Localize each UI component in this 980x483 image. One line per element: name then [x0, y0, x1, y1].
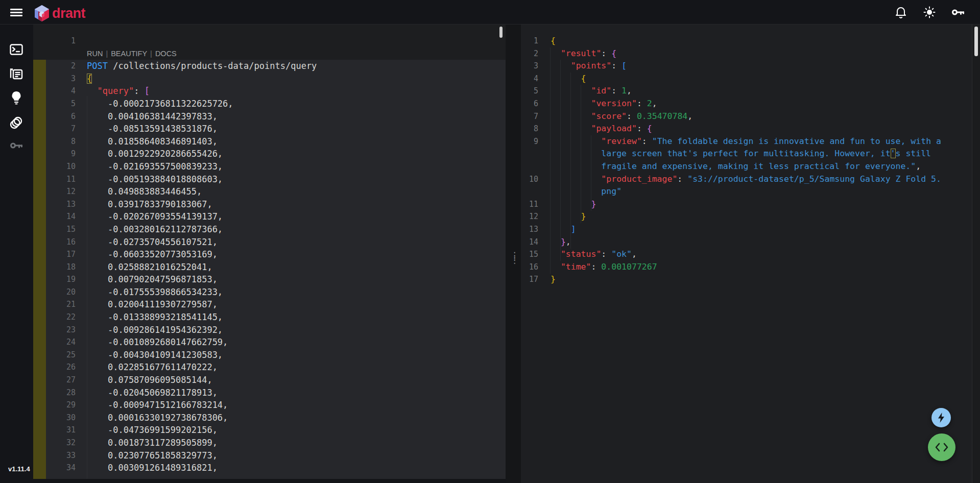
token: 0.022851677611470222,: [87, 362, 218, 372]
line-number: 7: [521, 110, 539, 123]
indent-guide: [87, 96, 87, 483]
code-line: 10 "product_image": "s3://product-datase…: [521, 173, 972, 198]
token: -0.02735704556107521,: [87, 237, 218, 247]
tutorial-bulb-icon[interactable]: [9, 91, 23, 105]
split-divider[interactable]: ⋮⋮: [506, 25, 521, 483]
code-row: 0.07587096095085144,: [87, 374, 212, 387]
response-viewer[interactable]: 1{2 "result": {3 "points": [4 {5 "id": 1…: [521, 25, 972, 483]
qdrant-logo-icon: [34, 5, 50, 22]
code-row: ]: [551, 223, 576, 236]
token: :: [637, 124, 647, 133]
line-number: 2: [46, 60, 87, 73]
code-samples-button[interactable]: [928, 433, 955, 461]
code-line: 2 "result": {: [521, 47, 972, 60]
line-number: 1: [46, 35, 87, 47]
token: [551, 49, 561, 58]
token: "time": [561, 262, 591, 272]
line-number: 2: [521, 47, 539, 60]
token: 0.35470784: [637, 111, 687, 121]
code-line: 8 "payload": {: [521, 123, 972, 135]
codelens-run[interactable]: RUN: [87, 50, 103, 58]
token: ,: [687, 111, 692, 121]
menu-hamburger-icon[interactable]: [10, 9, 22, 16]
qdrant-logo[interactable]: drant: [34, 5, 85, 22]
code-row: 0.0012922920286655426,: [87, 148, 223, 160]
code-row: -0.021693557500839233,: [87, 160, 223, 173]
token: :: [591, 262, 601, 272]
notifications-bell-icon[interactable]: [893, 5, 909, 20]
token: fragile and expensive, making it less pr…: [601, 161, 916, 171]
token: "version": [591, 99, 636, 108]
codelens-beautify[interactable]: BEAUTIFY: [111, 50, 147, 58]
theme-sun-icon[interactable]: [922, 5, 937, 20]
code-row: -0.004304109141230583,: [87, 349, 223, 361]
code-line: 14 -0.020267093554139137,: [33, 210, 506, 223]
token: -0.005193884018808603,: [87, 174, 223, 184]
code-row: fragile and expensive, making it less pr…: [551, 160, 941, 173]
token: -0.021693557500839233,: [87, 161, 223, 172]
code-line: 7 -0.08513591438531876,: [33, 123, 506, 135]
split-drag-handle-icon[interactable]: ⋮⋮: [510, 253, 519, 262]
token: {: [551, 36, 556, 45]
code-line: 6 "version": 2,: [521, 98, 972, 110]
response-scrollbar-thumb[interactable]: [974, 27, 978, 56]
code-line: 24 -0.0010892680147662759,: [33, 336, 506, 349]
token: [87, 86, 97, 96]
code-line: 31 -0.04736991599202156,: [33, 424, 506, 437]
request-editor[interactable]: 1RUN|BEAUTIFY|DOCS2POST /collections/pro…: [33, 25, 506, 483]
token: {: [611, 49, 616, 58]
request-editor-hscrollbar[interactable]: [33, 479, 506, 483]
collections-library-icon[interactable]: [9, 67, 23, 81]
code-line: 15 -0.003280162112787366,: [33, 223, 506, 236]
code-line: 22 -0.013388993218541145,: [33, 311, 506, 324]
line-number: 1: [521, 35, 539, 47]
line-number: 6: [46, 110, 87, 123]
code-line: 13 ]: [521, 223, 972, 236]
token: -0.00021736811322625726,: [87, 99, 233, 109]
response-scroll-track[interactable]: [972, 25, 980, 483]
code-row: -0.0009471512166783214,: [87, 399, 228, 412]
token: :: [642, 136, 652, 146]
datasets-stack-icon[interactable]: [9, 115, 23, 130]
line-number: 29: [46, 399, 87, 412]
line-number: 13: [521, 223, 539, 236]
code-line: 2POST /collections/products-data/points/…: [33, 60, 506, 73]
token: "points": [571, 61, 611, 70]
token: [551, 249, 561, 259]
api-key-icon[interactable]: [950, 5, 966, 20]
line-number: 32: [46, 437, 87, 449]
token: ]: [571, 224, 576, 234]
token: 0.07587096095085144,: [87, 375, 212, 385]
request-editor-vscrollbar[interactable]: [499, 27, 503, 38]
token: [551, 136, 601, 146]
indent-guide: [560, 60, 561, 261]
code-line: 6 0.004106381442397833,: [33, 110, 506, 123]
codelens-docs[interactable]: DOCS: [155, 50, 177, 58]
line-number: 23: [46, 324, 87, 336]
token: 0.03917833790183067,: [87, 199, 212, 209]
token: 0.003091261489316821,: [87, 463, 218, 473]
code-row: 0.022851677611470222,: [87, 361, 218, 374]
code-line: 1{: [521, 35, 972, 47]
code-line: 4 {: [521, 73, 972, 85]
code-row: -0.005193884018808603,: [87, 173, 223, 186]
code-line: 15 "status": "ok",: [521, 248, 972, 261]
run-query-bolt-button[interactable]: [931, 408, 951, 427]
code-row: "product_image": "s3://product-dataset/p…: [551, 173, 941, 186]
code-row: "id": 1,: [551, 85, 632, 98]
line-number: 9: [521, 135, 539, 148]
access-key-icon[interactable]: [9, 138, 23, 153]
token: [551, 211, 581, 221]
code-line: 30 0.00016330192738678306,: [33, 412, 506, 424]
indent-guide: [591, 135, 591, 211]
token: [: [622, 61, 627, 70]
code-row: "review": "The foldable design is innova…: [551, 135, 941, 148]
token: -0.009286141954362392,: [87, 325, 223, 335]
code-line: 12 }: [521, 210, 972, 223]
code-row: -0.020267093554139137,: [87, 210, 223, 223]
token: -0.020267093554139137,: [87, 211, 223, 222]
token: [551, 237, 561, 247]
token: }: [581, 211, 586, 221]
token: [: [145, 86, 150, 96]
console-terminal-icon[interactable]: [9, 42, 23, 57]
